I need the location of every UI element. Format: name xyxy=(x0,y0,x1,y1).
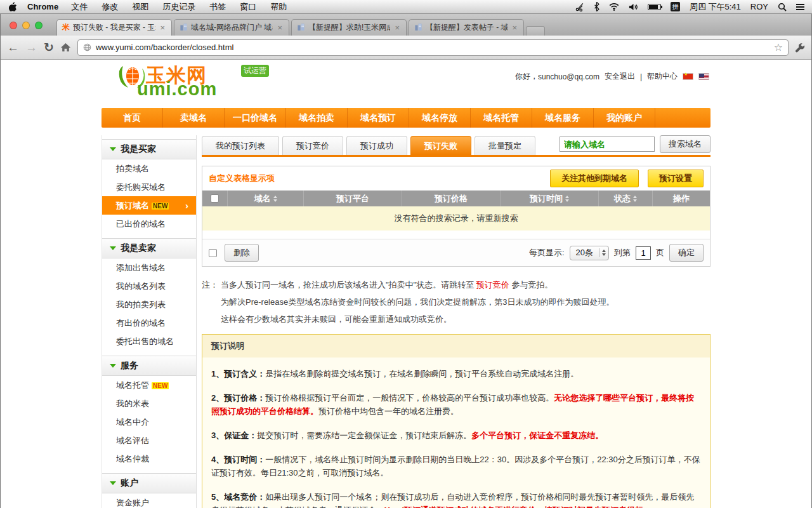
sidebar-item-委托出售的域名[interactable]: 委托出售的域名 xyxy=(102,332,196,351)
china-flag-icon[interactable] xyxy=(683,73,693,80)
sidebar-item-拍卖域名[interactable]: 拍卖域名 xyxy=(102,159,196,178)
reload-button[interactable]: ↻ xyxy=(44,41,54,53)
sidebar-section-title[interactable]: 我是卖家 xyxy=(102,238,196,258)
url-text[interactable]: www.yumi.com/backorder/closed.html xyxy=(96,43,769,52)
select-all-checkbox[interactable] xyxy=(209,249,217,257)
nav-item-卖域名[interactable]: 卖域名 xyxy=(163,108,225,128)
bookmark-star-icon[interactable]: ☆ xyxy=(774,41,783,53)
spotlight-icon[interactable] xyxy=(778,3,787,11)
sidebar-section-label: 服务 xyxy=(121,360,138,371)
browser-tab[interactable]: 【新提醒】发表帖子 - 域名经验× xyxy=(409,19,524,36)
active-app-name[interactable]: Chrome xyxy=(27,2,58,11)
menubar-menu-修改[interactable]: 修改 xyxy=(102,1,118,13)
nav-item-一口价域名[interactable]: 一口价域名 xyxy=(225,108,286,128)
domain-search-input[interactable] xyxy=(560,137,655,152)
page-number-input[interactable] xyxy=(636,246,651,260)
page-globe-icon[interactable] xyxy=(83,43,91,51)
menubar-menu-帮助[interactable]: 帮助 xyxy=(270,1,287,13)
nav-item-我的账户[interactable]: 我的账户 xyxy=(594,108,655,128)
menubar-username[interactable]: ROY xyxy=(750,2,768,11)
customize-columns-link[interactable]: 自定义表格显示项 xyxy=(209,173,275,184)
domain-search-button[interactable]: 搜索域名 xyxy=(660,135,710,153)
menubar-menu-书签[interactable]: 书签 xyxy=(209,1,226,13)
tab-close-icon[interactable]: × xyxy=(393,23,401,32)
notification-center-icon[interactable] xyxy=(796,3,804,11)
instruction-text: 是指在域名删除前提交域名预订，在域名删除瞬间，预订平台系统自动完成域名注册。 xyxy=(265,369,579,378)
wifi-icon[interactable] xyxy=(609,3,619,11)
help-center-link[interactable]: 帮助中心 xyxy=(647,71,678,82)
scissors-icon[interactable] xyxy=(575,3,584,11)
tab-close-icon[interactable]: × xyxy=(276,23,284,32)
sidebar-item-label: 添加出售域名 xyxy=(116,263,166,272)
sidebar-section-title[interactable]: 服务 xyxy=(102,356,196,376)
battery-icon[interactable] xyxy=(648,4,661,10)
apple-menu-icon[interactable] xyxy=(9,2,17,11)
nav-item-域名预订[interactable]: 域名预订 xyxy=(348,108,409,128)
menubar-menu-文件[interactable]: 文件 xyxy=(71,1,88,13)
confirm-page-button[interactable]: 确定 xyxy=(669,244,704,262)
volume-icon[interactable] xyxy=(629,3,638,11)
sidebar-item-域名中介[interactable]: 域名中介 xyxy=(102,413,196,431)
watch-expiring-domains-button[interactable]: 关注其他到期域名 xyxy=(550,170,639,187)
nav-item-首页[interactable]: 首页 xyxy=(102,108,163,128)
per-page-select[interactable]: 20条 xyxy=(570,246,609,260)
wrench-menu-icon[interactable] xyxy=(795,43,805,53)
instruction-item: 5、域名竞价：如果出现多人预订同一个域名；则在预订成功后，自动进入竞价程序，预订… xyxy=(211,490,701,508)
sidebar-item-添加出售域名[interactable]: 添加出售域名 xyxy=(102,258,196,277)
web-page: 玉米网 umi.com 试运营 你好， sunchuo@qq.com 安全退出 … xyxy=(1,60,811,508)
column-header-预订时间[interactable]: 预订时间 xyxy=(501,190,599,206)
sidebar-item-预订域名[interactable]: 预订域名NEW› xyxy=(102,196,196,215)
us-flag-icon[interactable] xyxy=(698,73,709,80)
sidebar-item-委托购买域名[interactable]: 委托购买域名 xyxy=(102,178,196,196)
close-window-button[interactable] xyxy=(10,22,17,29)
sidebar-item-我的域名列表[interactable]: 我的域名列表 xyxy=(102,277,196,295)
address-bar[interactable]: www.yumi.com/backorder/closed.html ☆ xyxy=(77,39,789,56)
back-button[interactable]: ← xyxy=(7,41,19,53)
tab-预订竞价[interactable]: 预订竞价 xyxy=(282,136,343,155)
instruction-item: 3、保证金：提交预订时，需要冻结一定金额保证金，预订结束后解冻。多个平台预订，保… xyxy=(211,429,701,442)
nav-item-域名拍卖[interactable]: 域名拍卖 xyxy=(286,108,348,128)
minimize-window-button[interactable] xyxy=(22,22,30,29)
sidebar-item-我的米表[interactable]: 我的米表 xyxy=(102,394,196,413)
browser-tab[interactable]: 【新提醒】求助!玉米网成功抢注× xyxy=(291,19,407,36)
tab-close-icon[interactable]: × xyxy=(159,23,166,32)
browser-tab[interactable]: 米预订失败 - 我是买家 - 玉米网× xyxy=(56,19,172,36)
menubar-menu-窗口[interactable]: 窗口 xyxy=(240,1,256,13)
backorder-auction-link[interactable]: 预订竞价 xyxy=(476,280,509,290)
sidebar-item-域名评估[interactable]: 域名评估 xyxy=(102,431,196,450)
nav-item-域名服务[interactable]: 域名服务 xyxy=(532,108,594,128)
sidebar-section-title[interactable]: 我是买家 xyxy=(102,139,196,159)
sidebar-item-有出价的域名[interactable]: 有出价的域名 xyxy=(102,314,196,332)
tab-预订失败[interactable]: 预订失败 xyxy=(410,136,471,155)
logout-link[interactable]: 安全退出 xyxy=(605,71,635,82)
sidebar-section-title[interactable]: 账户 xyxy=(102,473,196,493)
tab-批量预定[interactable]: 批量预定 xyxy=(475,136,535,155)
sidebar-item-资金账户[interactable]: 资金账户 xyxy=(102,493,196,508)
sidebar-item-域名仲裁[interactable]: 域名仲裁 xyxy=(102,450,196,468)
delete-button[interactable]: 删除 xyxy=(225,244,259,262)
menubar-menu-历史记录[interactable]: 历史记录 xyxy=(162,1,195,13)
header-checkbox[interactable] xyxy=(211,194,219,203)
yumi-logo[interactable]: 玉米网 umi.com 试运营 xyxy=(117,65,282,103)
new-tab-button[interactable] xyxy=(526,26,545,36)
input-method-icon[interactable]: 拼 xyxy=(671,2,680,11)
nav-item-域名托管[interactable]: 域名托管 xyxy=(471,108,532,128)
sidebar-item-我的拍卖列表[interactable]: 我的拍卖列表 xyxy=(102,295,196,314)
backorder-settings-button[interactable]: 预订设置 xyxy=(648,170,704,187)
column-header-域名[interactable]: 域名 xyxy=(228,190,304,206)
tab-close-icon[interactable]: × xyxy=(511,23,518,32)
column-header-状态[interactable]: 状态 xyxy=(599,190,653,206)
zoom-window-button[interactable] xyxy=(35,22,43,29)
browser-tab[interactable]: 域名城-网络品牌门户 域名经纪× xyxy=(174,19,289,36)
home-button[interactable] xyxy=(60,43,71,52)
menubar-clock[interactable]: 周四 下午5:41 xyxy=(690,1,741,13)
forward-button[interactable]: → xyxy=(25,41,37,53)
tab-我的预订列表[interactable]: 我的预订列表 xyxy=(202,136,279,155)
bluetooth-icon[interactable] xyxy=(594,2,599,11)
menubar-status: 拼 周四 下午5:41 ROY xyxy=(575,1,812,13)
sidebar-item-已出价的域名[interactable]: 已出价的域名 xyxy=(102,215,196,233)
nav-item-域名停放[interactable]: 域名停放 xyxy=(409,108,471,128)
sidebar-item-域名托管[interactable]: 域名托管NEW xyxy=(102,376,196,394)
tab-预订成功[interactable]: 预订成功 xyxy=(346,136,407,155)
menubar-menu-视图[interactable]: 视图 xyxy=(132,1,148,13)
